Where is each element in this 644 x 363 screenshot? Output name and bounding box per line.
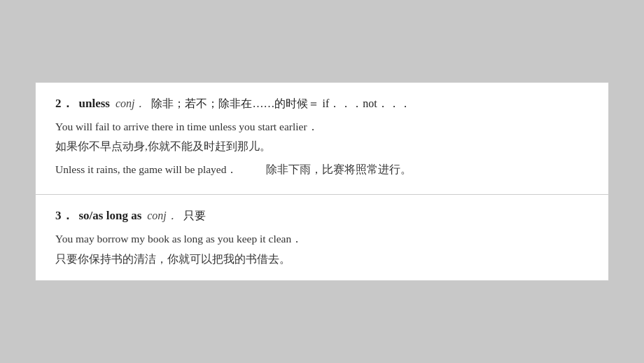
entry-3-pos: conj．: [147, 209, 178, 224]
entry-3: 3． so/as long as conj． 只要 You may borrow…: [36, 195, 608, 281]
dictionary-card: 2． unless conj． 除非；若不；除非在……的时候＝ if．．．not…: [35, 82, 609, 282]
entry-2-header: 2． unless conj． 除非；若不；除非在……的时候＝ if．．．not…: [55, 95, 589, 111]
entry-2-word: unless: [79, 97, 110, 111]
entry-3-examples: You may borrow my book as long as you ke…: [55, 231, 589, 268]
entry-3-word: so/as long as: [79, 209, 142, 223]
entry-2: 2． unless conj． 除非；若不；除非在……的时候＝ if．．．not…: [36, 83, 608, 195]
entry-2-number: 2．: [55, 95, 74, 111]
entry-2-example-1-zh: 如果你不早点动身,你就不能及时赶到那儿。: [55, 138, 589, 156]
entry-3-number: 3．: [55, 207, 74, 224]
entry-2-example-2-row: Unless it rains, the game will be played…: [55, 161, 589, 182]
entry-2-definition: 除非；若不；除非在……的时候＝ if．．．not．．．: [151, 97, 410, 111]
entry-3-definition: 只要: [183, 209, 206, 224]
entry-2-examples: You will fail to arrive there in time un…: [55, 118, 589, 182]
entry-2-example-1-en: You will fail to arrive there in time un…: [55, 118, 589, 136]
entry-2-example-2-en: Unless it rains, the game will be played…: [55, 161, 238, 179]
entry-3-example-1-zh: 只要你保持书的清洁，你就可以把我的书借去。: [55, 251, 589, 268]
entry-2-pos: conj．: [115, 97, 146, 111]
entry-3-example-1-en: You may borrow my book as long as you ke…: [55, 231, 589, 248]
entry-2-example-2-zh: 除非下雨，比赛将照常进行。: [266, 161, 412, 179]
entry-3-header: 3． so/as long as conj． 只要: [55, 207, 589, 224]
